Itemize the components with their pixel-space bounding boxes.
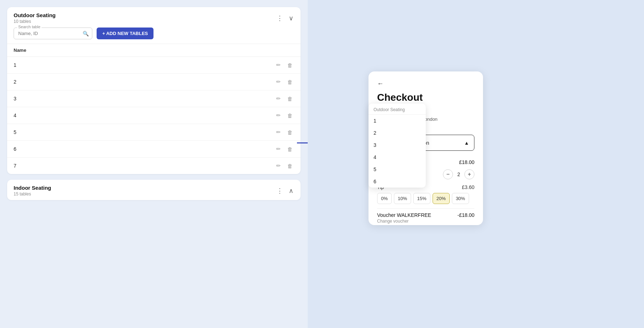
outdoor-table-list: Name 1 ✏ 🗑 2 ✏ 🗑 3 ✏ 🗑 4 ✏	[7, 44, 301, 174]
indoor-title-group: Indoor Seating 15 tables	[14, 185, 51, 197]
outdoor-section-subtitle: 10 tables	[14, 19, 56, 24]
table-row: 5 ✏ 🗑	[7, 124, 301, 141]
table-row-name: 7	[14, 163, 16, 169]
table-row: 3 ✏ 🗑	[7, 90, 301, 107]
tip-option-button[interactable]: 30%	[452, 193, 469, 204]
delete-table-button[interactable]: 🗑	[286, 129, 294, 136]
table-row-name: 3	[14, 96, 16, 101]
delete-table-button[interactable]: 🗑	[286, 95, 294, 103]
voucher-name: Voucher WALKERFREE	[377, 212, 431, 218]
row-actions: ✏ 🗑	[275, 61, 294, 69]
table-column-header: Name	[7, 44, 301, 57]
edit-table-button[interactable]: ✏	[275, 78, 282, 86]
change-voucher-button[interactable]: Change voucher	[377, 219, 431, 224]
edit-table-button[interactable]: ✏	[275, 95, 282, 103]
delete-table-button[interactable]: 🗑	[286, 78, 294, 86]
dropdown-item[interactable]: 2	[369, 127, 426, 139]
dropdown-item[interactable]: 5	[369, 163, 426, 175]
dropdown-item[interactable]: 4	[369, 151, 426, 163]
tip-option-button[interactable]: 10%	[394, 193, 411, 204]
edit-table-button[interactable]: ✏	[275, 111, 282, 119]
indoor-collapse-button[interactable]: ∧	[288, 186, 294, 195]
table-row-name: 1	[14, 62, 16, 68]
tip-value: £3.60	[462, 184, 474, 190]
row-actions: ✏ 🗑	[275, 162, 294, 170]
indoor-section-header: Indoor Seating 15 tables ⋮ ∧	[7, 180, 301, 200]
edit-table-button[interactable]: ✏	[275, 162, 282, 170]
table-row-name: 6	[14, 146, 16, 152]
search-icon: 🔍	[83, 31, 89, 36]
table-row-name: 4	[14, 113, 16, 118]
table-row: 6 ✏ 🗑	[7, 141, 301, 158]
outdoor-section-actions: ⋮ ∨	[276, 14, 294, 23]
indoor-seating-card: Indoor Seating 15 tables ⋮ ∧	[7, 180, 301, 200]
outdoor-seating-card: Outdoor Seating 10 tables ⋮ ∨ Search tab…	[7, 7, 301, 174]
edit-table-button[interactable]: ✏	[275, 61, 282, 69]
indoor-section-title: Indoor Seating	[14, 185, 51, 191]
back-button[interactable]: ←	[377, 80, 384, 88]
quantity-minus-button[interactable]: −	[443, 169, 453, 179]
outdoor-section-header: Outdoor Seating 10 tables ⋮ ∨	[7, 7, 301, 28]
table-row: 2 ✏ 🗑	[7, 74, 301, 90]
row-actions: ✏ 🗑	[275, 111, 294, 119]
row-actions: ✏ 🗑	[275, 128, 294, 136]
item-price: £18.00	[459, 159, 474, 165]
dropdown-list: Outdoor Seating123456	[369, 104, 426, 188]
delete-table-button[interactable]: 🗑	[286, 145, 294, 153]
tip-buttons: 0%10%15%20%30%	[377, 193, 474, 208]
tip-option-button[interactable]: 0%	[377, 193, 392, 204]
dropdown-item[interactable]: 1	[369, 115, 426, 127]
table-row-name: 2	[14, 79, 16, 85]
left-panel: Outdoor Seating 10 tables ⋮ ∨ Search tab…	[0, 0, 308, 328]
search-area: Search table 🔍 + ADD NEW TABLES	[7, 28, 301, 44]
dropdown-section-header: Outdoor Seating	[369, 104, 426, 115]
table-row-name: 5	[14, 129, 16, 135]
delete-table-button[interactable]: 🗑	[286, 112, 294, 119]
outdoor-section-title: Outdoor Seating	[14, 12, 56, 18]
search-wrapper: Search table 🔍	[14, 28, 92, 39]
dropdown-item[interactable]: 6	[369, 175, 426, 188]
row-actions: ✏ 🗑	[275, 145, 294, 153]
voucher-info: Voucher WALKERFREE Change voucher	[377, 212, 431, 224]
table-row: 1 ✏ 🗑	[7, 57, 301, 74]
table-body: 1 ✏ 🗑 2 ✏ 🗑 3 ✏ 🗑 4 ✏ 🗑 5	[7, 57, 301, 174]
voucher-row: Voucher WALKERFREE Change voucher -£18.0…	[377, 208, 474, 225]
quantity-value: 2	[457, 172, 460, 177]
row-actions: ✏ 🗑	[275, 95, 294, 103]
add-new-tables-button[interactable]: + ADD NEW TABLES	[97, 28, 153, 39]
search-input[interactable]	[14, 28, 92, 39]
search-label: Search table	[17, 25, 42, 29]
tip-option-button[interactable]: 20%	[433, 193, 450, 204]
select-chevron-icon: ▲	[464, 140, 469, 146]
delete-table-button[interactable]: 🗑	[286, 61, 294, 69]
outdoor-title-group: Outdoor Seating 10 tables	[14, 12, 56, 24]
quantity-plus-button[interactable]: +	[464, 169, 474, 179]
checkout-title: Checkout	[377, 92, 474, 103]
dropdown-item[interactable]: 3	[369, 139, 426, 151]
row-actions: ✏ 🗑	[275, 78, 294, 86]
tip-option-button[interactable]: 15%	[413, 193, 430, 204]
indoor-section-actions: ⋮ ∧	[276, 186, 294, 195]
table-row: 4 ✏ 🗑	[7, 107, 301, 124]
outdoor-more-button[interactable]: ⋮	[276, 14, 284, 23]
edit-table-button[interactable]: ✏	[275, 145, 282, 153]
voucher-amount: -£18.00	[458, 212, 474, 218]
outdoor-collapse-button[interactable]: ∨	[288, 14, 294, 23]
delete-table-button[interactable]: 🗑	[286, 162, 294, 170]
indoor-section-subtitle: 15 tables	[14, 192, 51, 197]
table-row: 7 ✏ 🗑	[7, 158, 301, 174]
indoor-more-button[interactable]: ⋮	[276, 186, 284, 195]
edit-table-button[interactable]: ✏	[275, 128, 282, 136]
